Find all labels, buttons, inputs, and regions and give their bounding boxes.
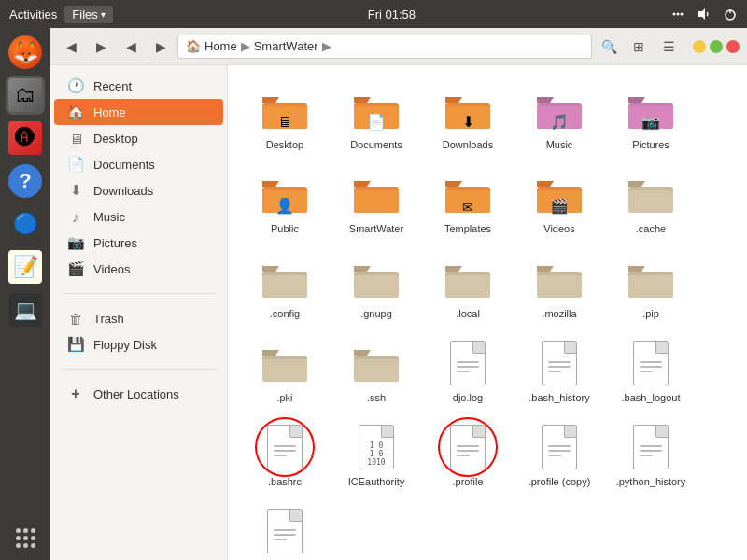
file-profile-copy[interactable]: .profile (copy) [517,417,601,494]
window-controls [693,40,740,53]
file-public[interactable]: 👤 Public [243,164,327,241]
dock-firefox[interactable]: 🦊 [6,33,45,72]
back-history-button[interactable]: ◀ [118,34,144,60]
sidebar-item-trash[interactable]: 🗑 Trash [54,305,223,331]
power-icon[interactable] [723,7,738,21]
activities-label[interactable]: Activities [9,7,57,21]
network-icon[interactable] [670,7,685,21]
sidebar-item-home[interactable]: 🏠 Home [54,99,223,125]
path-home-label: Home [204,39,237,53]
file-name-pictures: Pictures [632,138,669,151]
file-python-history[interactable]: .python_history [609,417,693,494]
file-name-python-history: .python_history [616,475,686,488]
trash-icon: 🗑 [67,310,84,327]
file-pki[interactable]: .pki [243,333,327,410]
file-documents[interactable]: 📄 Documents [334,80,418,157]
path-bar[interactable]: 🏠 Home ▶ SmartWater ▶ [177,35,592,59]
view-toggle-button[interactable]: ⊞ [626,34,652,60]
close-button[interactable] [726,40,740,53]
path-home: 🏠 [186,39,201,53]
recent-icon: 🕐 [67,77,84,94]
desktop-icon: 🖥 [67,130,84,147]
file-pictures[interactable]: 📷 Pictures [609,80,693,157]
sidebar-item-music[interactable]: ♪ Music [54,203,223,230]
dock-help[interactable]: ? [6,161,45,201]
search-button[interactable]: 🔍 [596,34,622,60]
file-name-config: .config [270,307,300,320]
back-button[interactable]: ◀ [58,34,84,60]
sidebar-item-pictures[interactable]: 📷 Pictures [54,230,223,256]
svg-rect-27 [262,275,307,298]
sidebar-label-downloads: Downloads [93,184,153,198]
downloads-icon: ⬇ [67,182,84,199]
sidebar-item-downloads[interactable]: ⬇ Downloads [54,177,223,203]
file-cache[interactable]: .cache [609,164,693,241]
file-desktop[interactable]: 🖥 Desktop [243,80,327,157]
file-bashrc[interactable]: .bashrc [243,417,327,494]
dock-files[interactable]: 🗂 [6,76,45,115]
path-segment: SmartWater [254,39,318,53]
file-djolog[interactable]: djo.log [426,333,510,410]
software-icon: 🅐 [15,126,35,150]
menu-button[interactable]: ☰ [655,34,682,60]
file-name-smartwater: SmartWater [349,222,403,235]
file-ssh[interactable]: .ssh [334,333,418,410]
maximize-button[interactable] [710,40,723,53]
sidebar-label-other: Other Locations [93,387,179,401]
sidebar-item-desktop[interactable]: 🖥 Desktop [54,125,223,151]
topbar: Activities Files ▾ Fri 01:58 [0,0,747,28]
dock-apps-grid[interactable] [6,516,45,555]
file-config[interactable]: .config [243,249,327,326]
files-menu-arrow: ▾ [101,9,106,20]
sidebar-item-floppy[interactable]: 💾 Floppy Disk [54,331,223,357]
file-music[interactable]: 🎵 Music [517,80,601,157]
chrome-icon: 🔵 [13,212,38,236]
dock-software[interactable]: 🅐 [6,119,45,158]
file-mozilla[interactable]: .mozilla [517,249,601,326]
file-name-djolog: djo.log [453,391,483,404]
file-bash-history[interactable]: .bash_history [517,333,601,410]
file-downloads[interactable]: ⬇ Downloads [426,80,510,157]
sidebar-item-other[interactable]: + Other Locations [54,381,223,407]
file-bash-logout[interactable]: .bash_logout [609,333,693,410]
sidebar-label-home: Home [93,105,126,119]
file-gnupg[interactable]: .gnupg [334,249,418,326]
svg-marker-3 [698,8,705,20]
floppy-icon: 💾 [67,336,84,353]
other-icon: + [67,385,84,402]
file-local[interactable]: .local [426,249,510,326]
main-layout: 🦊 🗂 🅐 ? 🔵 � [0,28,747,560]
music-icon: ♪ [67,208,84,225]
sidebar-item-recent[interactable]: 🕐 Recent [54,73,223,99]
home-icon: 🏠 [67,104,84,120]
svg-point-1 [677,13,680,16]
file-smartwater[interactable]: SmartWater [334,164,418,241]
file-templates[interactable]: ✉ Templates [426,164,510,241]
forward-button[interactable]: ▶ [88,34,114,60]
file-videos[interactable]: 🎬 Videos [517,164,601,241]
file-iceauthority[interactable]: 1 01 01010 ICEauthority [334,417,418,494]
file-name-profile: .profile [452,475,483,488]
file-pip[interactable]: .pip [609,249,693,326]
forward-history-button[interactable]: ▶ [148,34,174,60]
file-profile[interactable]: .profile [426,417,510,494]
files-menu[interactable]: Files ▾ [64,6,112,23]
svg-point-0 [673,13,676,16]
file-name-public: Public [271,222,299,235]
sidebar-item-videos[interactable]: 🎬 Videos [54,256,223,282]
dock-notes[interactable]: 📝 [6,247,45,287]
documents-icon: 📄 [67,156,84,173]
svg-rect-31 [445,275,490,298]
minimize-button[interactable] [693,40,706,53]
dock-chrome[interactable]: 🔵 [6,204,45,244]
toolbar: ◀ ▶ ◀ ▶ 🏠 Home ▶ SmartWater ▶ 🔍 ⊞ ☰ [50,28,747,65]
file-name-ssh: .ssh [367,391,386,404]
dock-terminal[interactable]: 💻 [6,290,45,329]
file-sudo[interactable]: .sudo_as_admin_successful [243,501,327,560]
app-dock: 🦊 🗂 🅐 ? 🔵 � [0,28,50,560]
volume-icon[interactable] [697,7,712,21]
file-name-cache: .cache [636,222,666,235]
svg-rect-35 [628,275,673,298]
file-name-downloads: Downloads [443,138,493,151]
sidebar-item-documents[interactable]: 📄 Documents [54,151,223,177]
